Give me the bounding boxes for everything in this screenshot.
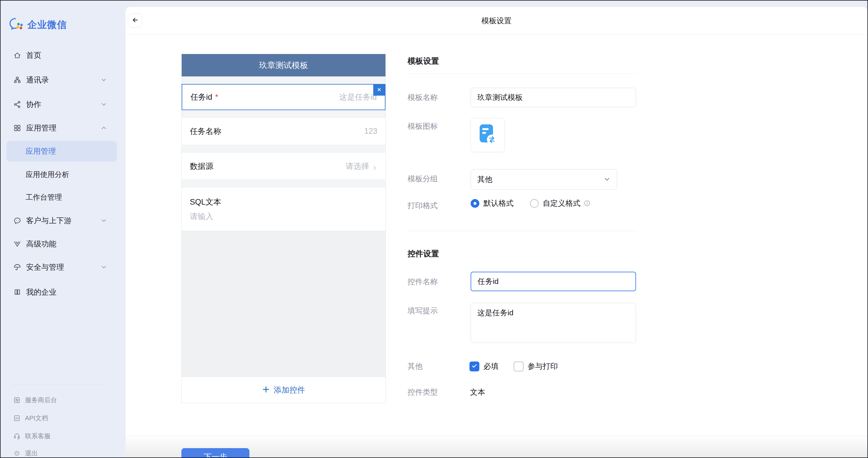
checkbox-print-participate-unchecked[interactable] [514,362,524,371]
chevron-down-icon [100,77,107,83]
back-button[interactable] [128,13,142,28]
settings-panel: 模板设置 模板名称 玖章测试模板 模板图标 [407,56,637,434]
app-window: 企业微信 首页 通讯录 协作 [0,0,868,458]
preview-field-sql-text[interactable]: SQL文本 请输入 [182,188,385,231]
sidebar-item-label: 客户与上下游 [26,216,71,226]
sidebar-subitem-label: 工作台管理 [26,192,62,202]
close-icon [377,87,382,93]
preview-field-task-name[interactable]: 任务名称 123 [182,118,385,145]
sidebar-footer-label: 服务商后台 [25,396,57,404]
row-gap [182,180,385,188]
sidebar-item-customers[interactable]: 客户与上下游 [1,212,125,229]
control-name-value: 任务id [477,276,499,287]
sidebar-item-label: 应用管理 [26,123,56,133]
grid-icon [13,124,21,132]
sidebar-item-my-enterprise[interactable]: 我的企业 [1,284,125,300]
chat-bubble-icon [13,217,21,225]
double-v-icon [13,240,21,248]
control-name-input[interactable]: 任务id [471,272,636,291]
template-document-swap-icon [478,123,497,147]
brand-logo: 企业微信 [9,18,67,32]
field-value: 123 [364,127,377,136]
arrow-left-icon [131,16,139,25]
preview-field-data-source[interactable]: 数据源 请选择 [182,153,385,180]
radio-default-format-checked[interactable] [471,199,479,208]
chevron-down-icon [100,101,107,107]
sidebar-item-api-docs[interactable]: API API文档 [1,411,125,425]
row-gap [182,145,385,153]
chevron-right-icon [372,164,377,169]
hint-label: 填写提示 [407,306,438,315]
template-name-input[interactable]: 玖章测试模板 [471,88,636,107]
share-nodes-icon [13,101,21,108]
sidebar: 企业微信 首页 通讯录 协作 [1,1,125,457]
sidebar-item-label: 协作 [26,99,41,109]
api-doc-icon: API [13,415,20,422]
chevron-down-icon [100,264,107,270]
sidebar-item-contact-support[interactable]: 联系客服 [1,429,125,443]
power-icon [13,450,20,457]
required-asterisk: * [215,93,218,102]
sidebar-item-label: 通讯录 [26,75,49,85]
print-participate-label: 参与打印 [528,361,558,371]
sidebar-item-home[interactable]: 首页 [1,47,125,63]
main-content: 模板设置 玖章测试模板 任务id * 这是任务id 任务名称 [126,7,867,457]
field-placeholder: 请输入 [190,211,213,222]
sidebar-subitem-app-usage-analysis[interactable]: 应用使用分析 [1,166,125,183]
page-title: 模板设置 [482,16,512,26]
wechat-work-logo-icon [9,18,24,32]
next-step-label: 下一步 [204,452,227,457]
sidebar-subitem-app-management-active[interactable]: 应用管理 [6,141,117,162]
sidebar-subitem-label: 应用使用分析 [26,170,69,179]
section-divider [407,73,637,73]
print-format-options: 默认格式 自定义格式 [471,198,591,208]
headset-icon [13,433,20,440]
checkbox-required-checked[interactable] [469,362,479,371]
sidebar-item-provider-console[interactable]: 服务商后台 [1,393,125,407]
sidebar-item-app-management[interactable]: 应用管理 [1,120,125,136]
template-group-label: 模板分组 [407,174,438,184]
svg-text:API: API [15,417,19,419]
sidebar-item-label: 安全与管理 [26,262,64,272]
row-gap [182,76,385,84]
section-divider [407,231,637,231]
field-label: 任务id [190,92,212,102]
other-options-label: 其他 [407,362,423,371]
template-group-value: 其他 [477,174,492,185]
radio-custom-format-unchecked[interactable] [530,199,539,208]
info-icon[interactable] [583,200,591,207]
enterprise-icon [13,288,21,296]
plus-icon [262,386,270,394]
add-control-button[interactable]: 添加控件 [182,377,385,403]
brand-logo-text: 企业微信 [27,18,67,31]
field-placeholder: 这是任务id [339,92,377,102]
sidebar-item-contacts[interactable]: 通讯录 [1,72,125,88]
sliders-icon [13,397,20,404]
template-icon-picker[interactable] [471,118,505,152]
section-title-template-settings: 模板设置 [407,56,439,66]
field-label: SQL文本 [190,197,221,207]
preview-empty-area [182,231,385,377]
row-gap [182,110,385,118]
default-format-label: 默认格式 [484,198,514,208]
next-step-button[interactable]: 下一步 [181,448,249,457]
sidebar-item-logout[interactable]: 退出 [1,446,125,458]
sidebar-item-advanced-features[interactable]: 高级功能 [1,236,125,252]
remove-field-button[interactable] [373,85,385,96]
sidebar-item-security-management[interactable]: 安全与管理 [1,259,125,275]
template-group-select[interactable]: 其他 [471,169,617,190]
hint-value: 这是任务id [477,308,514,317]
other-options: 必填 参与打印 [469,361,558,371]
preview-field-task-id-selected[interactable]: 任务id * 这是任务id [182,84,385,110]
control-type-label: 控件类型 [407,387,438,397]
template-name-label: 模板名称 [407,93,438,102]
field-placeholder: 请选择 [346,161,369,171]
template-preview-card: 玖章测试模板 任务id * 这是任务id 任务名称 123 [181,54,386,403]
sidebar-subitem-workbench-management[interactable]: 工作台管理 [1,189,125,205]
hint-textarea[interactable]: 这是任务id [471,303,636,343]
required-checkbox-label: 必填 [484,361,499,371]
chevron-down-icon [603,176,611,183]
control-type-value: 文本 [470,387,485,397]
sidebar-item-collaboration[interactable]: 协作 [1,96,125,112]
sidebar-footer-label: 联系客服 [25,432,51,440]
